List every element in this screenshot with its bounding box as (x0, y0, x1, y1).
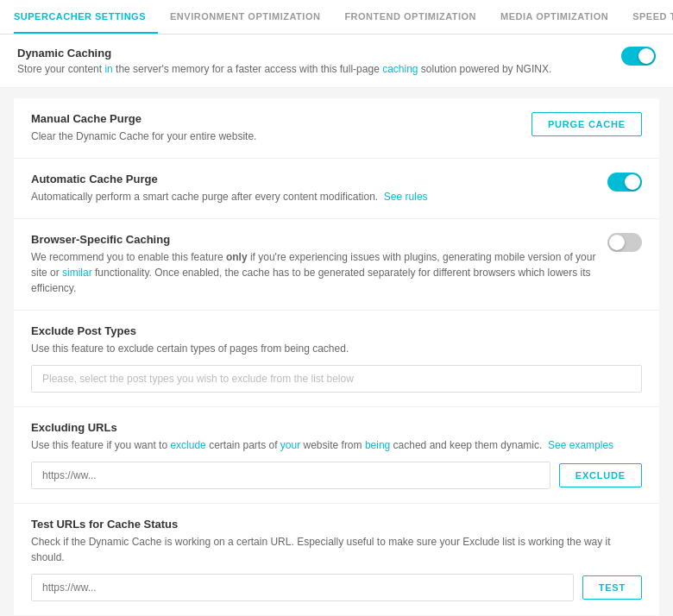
manual-cache-purge-section: Manual Cache Purge Clear the Dynamic Cac… (14, 98, 659, 159)
test-urls-title: Test URLs for Cache Status (31, 518, 642, 531)
manual-cache-purge-title: Manual Cache Purge (31, 112, 256, 125)
exclude-post-types-desc: Use this feature to exclude certain type… (31, 341, 618, 356)
browser-specific-caching-title: Browser-Specific Caching (31, 233, 597, 246)
exclude-post-types-select[interactable]: Please, select the post types you wish t… (31, 365, 642, 393)
browser-specific-caching-section: Browser-Specific Caching We recommend yo… (14, 219, 659, 311)
automatic-cache-purge-slider (607, 173, 642, 192)
automatic-cache-purge-desc: Automatically perform a smart cache purg… (31, 189, 428, 204)
tab-frontend[interactable]: FRONTEND OPTIMIZATION (332, 0, 488, 34)
test-urls-input-row: TEST (31, 574, 642, 601)
see-examples-link[interactable]: See examples (548, 439, 613, 451)
dynamic-caching-toggle[interactable] (621, 47, 656, 66)
tab-supercacher[interactable]: SUPERCACHER SETTINGS (14, 0, 158, 34)
automatic-cache-purge-title: Automatic Cache Purge (31, 173, 428, 185)
browser-specific-caching-toggle[interactable] (607, 233, 642, 252)
dynamic-caching-toggle-slider (621, 47, 656, 66)
browser-specific-caching-slider (607, 233, 642, 252)
exclude-button[interactable]: EXCLUDE (559, 463, 642, 487)
dynamic-caching-description: Store your content in the server's memor… (17, 63, 551, 75)
automatic-cache-purge-toggle[interactable] (607, 173, 642, 192)
test-button[interactable]: TEST (582, 575, 642, 600)
tab-environment[interactable]: ENVIRONMENT OPTIMIZATION (158, 0, 332, 34)
top-navigation: SUPERCACHER SETTINGS ENVIRONMENT OPTIMIZ… (0, 0, 673, 35)
tab-media[interactable]: MEDIA OPTIMIZATION (488, 0, 620, 34)
excluding-urls-input-row: EXCLUDE (31, 462, 642, 489)
automatic-cache-purge-section: Automatic Cache Purge Automatically perf… (14, 159, 659, 219)
test-urls-section: Test URLs for Cache Status Check if the … (14, 504, 659, 615)
excluding-urls-input[interactable] (31, 462, 550, 489)
purge-cache-button[interactable]: PURGE CACHE (531, 112, 642, 136)
test-urls-desc: Check if the Dynamic Cache is working on… (31, 534, 618, 565)
exclude-post-types-section: Exclude Post Types Use this feature to e… (14, 311, 659, 407)
excluding-urls-desc: Use this feature if you want to exclude … (31, 437, 618, 453)
settings-card: Manual Cache Purge Clear the Dynamic Cac… (14, 98, 659, 615)
manual-cache-purge-desc: Clear the Dynamic Cache for your entire … (31, 129, 256, 144)
dynamic-caching-header: Dynamic Caching Store your content in th… (0, 35, 673, 88)
exclude-post-types-title: Exclude Post Types (31, 324, 642, 337)
excluding-urls-title: Excluding URLs (31, 421, 642, 434)
see-rules-link[interactable]: See rules (384, 191, 428, 203)
test-urls-input[interactable] (31, 574, 574, 601)
dynamic-caching-title: Dynamic Caching (17, 47, 551, 60)
tab-speedtest[interactable]: SPEED TEST (620, 0, 673, 34)
excluding-urls-section: Excluding URLs Use this feature if you w… (14, 407, 659, 504)
browser-specific-caching-desc: We recommend you to enable this feature … (31, 249, 597, 296)
